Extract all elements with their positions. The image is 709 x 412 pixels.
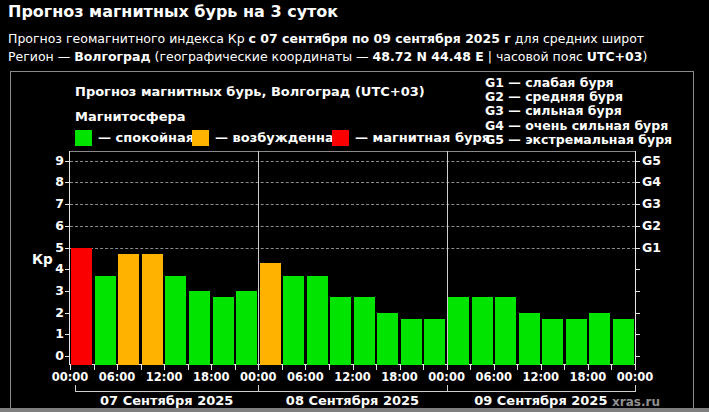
day-label: 09 Сентября 2025 <box>441 393 641 408</box>
kp-bar-day3 <box>589 313 610 365</box>
kp-bar-day1 <box>213 297 234 365</box>
day-label: 08 Сентября 2025 <box>253 393 453 408</box>
gridline-kp7 <box>70 204 635 205</box>
x-tick-label: 06:00 <box>95 370 139 384</box>
kp-bar-day2 <box>283 276 304 365</box>
kp-bar-day3 <box>448 297 469 365</box>
day-bracket-tick <box>447 385 448 392</box>
region-name: Волгоград <box>74 49 150 64</box>
y-tick-left <box>65 204 70 205</box>
plot-top-border <box>70 151 635 152</box>
y-tick-left <box>65 269 70 270</box>
region-coords-prefix: (географические координаты — <box>151 49 373 64</box>
region-timezone: UTC+03 <box>587 49 643 64</box>
kp-bar-day1 <box>165 276 186 365</box>
g-legend-line: G1 — слабая буря <box>485 76 672 90</box>
y-tick-left <box>65 356 70 357</box>
x-tick-label: 06:00 <box>283 370 327 384</box>
y-tick-label: 2 <box>38 305 64 320</box>
kp-bar-day3 <box>613 319 634 365</box>
kp-bar-day2 <box>377 313 398 365</box>
legend-item-label: — спокойная <box>98 130 194 145</box>
magnetic-storm-forecast-page: Прогноз магнитных бурь на 3 суток Прогно… <box>0 0 709 412</box>
legend-item-excited: — возбужденная <box>192 129 342 146</box>
legend-item-label: — возбужденная <box>215 130 342 145</box>
y-tick-right <box>635 291 640 292</box>
g-scale-legend: G1 — слабая буря G2 — средняя буря G3 — … <box>485 76 672 147</box>
g-axis-label-G4: G4 <box>642 174 682 189</box>
kp-bar-day2 <box>330 297 351 365</box>
gridline-kp8 <box>70 182 635 183</box>
g-legend-line: G4 — очень сильная буря <box>485 119 672 133</box>
y-tick-right <box>635 269 640 270</box>
y-tick-left <box>65 291 70 292</box>
y-tick-label: 6 <box>38 218 64 233</box>
bottom-border-strip <box>0 408 709 412</box>
g-axis-label-G1: G1 <box>642 240 682 255</box>
kp-bar-day2 <box>354 297 375 365</box>
y-tick-label: 3 <box>38 283 64 298</box>
kp-bar-day2 <box>260 263 281 365</box>
gridline-kp9 <box>70 161 635 162</box>
page-title: Прогноз магнитных бурь на 3 суток <box>8 2 338 21</box>
kp-bar-day3 <box>566 319 587 365</box>
x-tick-label: 00:00 <box>236 370 280 384</box>
kp-bar-day1 <box>118 254 139 365</box>
subtitle-prefix: Прогноз геомагнитного индекса Кр <box>8 31 249 46</box>
g-legend-line: G2 — средняя буря <box>485 90 672 104</box>
y-tick-right <box>635 182 640 183</box>
region-line: Регион — Волгоград (географические коорд… <box>8 49 647 64</box>
subtitle: Прогноз геомагнитного индекса Кр с 07 се… <box>8 31 644 46</box>
x-tick-label: 18:00 <box>566 370 610 384</box>
g-legend-line: G5 — экстремальная буря <box>485 133 672 147</box>
x-tick-label: 00:00 <box>613 370 657 384</box>
day-bracket-tick <box>635 385 636 392</box>
y-tick-label: 8 <box>38 174 64 189</box>
x-tick-label: 12:00 <box>519 370 563 384</box>
g-axis-label-G2: G2 <box>642 218 682 233</box>
y-tick-label: 0 <box>38 348 64 363</box>
x-tick-label: 12:00 <box>331 370 375 384</box>
chart-title: Прогноз магнитных бурь, Волгоград (UTC+0… <box>75 84 425 99</box>
kp-bar-day3 <box>472 297 493 365</box>
gridline-kp6 <box>70 226 635 227</box>
kp-bar-day2 <box>307 276 328 365</box>
kp-bar-day1 <box>71 248 92 366</box>
y-tick-right <box>635 226 640 227</box>
kp-bar-day3 <box>519 313 540 365</box>
subtitle-suffix: для средних широт <box>511 31 644 46</box>
y-tick-label: 7 <box>38 196 64 211</box>
storm-color-swatch <box>332 130 349 146</box>
y-tick-left <box>65 161 70 162</box>
g-axis-label-G3: G3 <box>642 196 682 211</box>
y-tick-right <box>635 313 640 314</box>
x-tick-label: 18:00 <box>189 370 233 384</box>
y-tick-left <box>65 226 70 227</box>
x-tick-label: 12:00 <box>142 370 186 384</box>
x-tick-label: 18:00 <box>378 370 422 384</box>
legend-item-label: — магнитная буря <box>355 130 490 145</box>
legend-item-quiet: — спокойная <box>75 129 194 146</box>
plot-area: xras.ru 0123456789G1G2G3G4G500:0006:0012… <box>70 151 635 365</box>
day-bracket <box>75 391 635 392</box>
region-suffix: ) <box>643 49 648 64</box>
y-tick-left <box>65 248 70 249</box>
kp-bar-day3 <box>542 319 563 365</box>
g-legend-line: G3 — сильная буря <box>485 104 672 118</box>
legend-item-storm: — магнитная буря <box>332 129 490 146</box>
y-tick-right <box>635 204 640 205</box>
y-tick-label: 1 <box>38 326 64 341</box>
kp-bar-day3 <box>495 297 516 365</box>
y-tick-right <box>635 334 640 335</box>
kp-bar-day1 <box>189 291 210 365</box>
region-coords: 48.72 N 44.48 E <box>373 49 484 64</box>
region-tz-prefix: | часовой пояс <box>484 49 587 64</box>
y-tick-left <box>65 334 70 335</box>
day-label: 07 Сентября 2025 <box>67 393 267 408</box>
excited-color-swatch <box>192 130 209 146</box>
gridline-kp5 <box>70 248 635 249</box>
subtitle-period: с 07 сентября по 09 сентября 2025 г <box>249 31 511 46</box>
kp-bar-day2 <box>424 319 445 365</box>
kp-bar-day2 <box>401 319 422 365</box>
legend-title: Магнитосфера <box>75 109 186 124</box>
